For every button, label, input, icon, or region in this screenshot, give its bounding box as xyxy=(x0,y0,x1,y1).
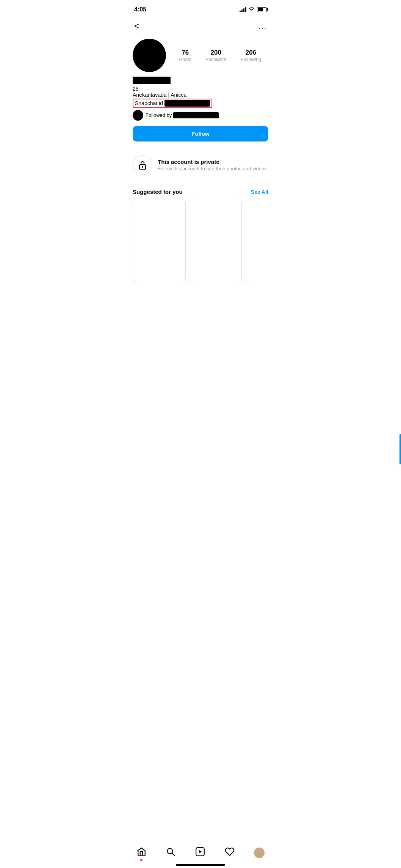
user-age: 25 xyxy=(133,86,268,92)
private-text-block: This account is private Follow this acco… xyxy=(158,159,268,171)
suggested-card-1[interactable] xyxy=(133,199,186,282)
svg-point-1 xyxy=(142,166,143,168)
profile-header: 76 Posts 200 Followers 206 Following xyxy=(133,39,268,72)
private-account-section: This account is private Follow this acco… xyxy=(127,149,274,181)
private-title: This account is private xyxy=(158,159,268,165)
lock-icon xyxy=(138,160,147,170)
status-icons xyxy=(240,6,267,13)
battery-icon xyxy=(257,7,267,12)
status-bar: 4:05 xyxy=(127,0,274,17)
follower-name-redacted xyxy=(173,112,219,118)
posts-label: Posts xyxy=(179,57,191,62)
snapchat-line: Snapchat id xyxy=(133,99,268,108)
grid-area xyxy=(127,290,274,366)
suggested-card-3[interactable] xyxy=(245,199,274,282)
following-label: Following xyxy=(241,57,262,62)
nav-bar: < ... xyxy=(127,17,274,36)
suggested-scroll[interactable] xyxy=(127,199,274,287)
snapchat-label: Snapchat id xyxy=(135,100,163,106)
following-count: 206 xyxy=(246,49,256,57)
user-bio-name: Anekantavada | Anicca xyxy=(133,92,268,98)
status-time: 4:05 xyxy=(134,6,146,13)
stats-row: 76 Posts 200 Followers 206 Following xyxy=(172,49,268,62)
signal-icon xyxy=(240,7,246,12)
followers-label: Followers xyxy=(205,57,227,62)
see-all-button[interactable]: See All xyxy=(251,189,268,195)
following-stat[interactable]: 206 Following xyxy=(241,49,262,62)
profile-section: 76 Posts 200 Followers 206 Following 25 … xyxy=(127,36,274,149)
avatar xyxy=(133,39,166,72)
posts-stat[interactable]: 76 Posts xyxy=(179,49,191,62)
private-subtitle: Follow this account to see their photos … xyxy=(158,166,268,171)
username-redacted xyxy=(133,77,171,84)
followers-count: 200 xyxy=(211,49,221,57)
followed-by-row: Followed by xyxy=(133,110,268,121)
suggested-title: Suggested for you xyxy=(133,189,183,195)
divider xyxy=(127,287,274,287)
lock-circle xyxy=(133,155,152,175)
suggested-card-2[interactable] xyxy=(189,199,242,282)
more-options-button[interactable]: ... xyxy=(257,20,268,32)
follow-button[interactable]: Follow xyxy=(133,126,268,142)
wifi-icon xyxy=(249,6,255,13)
suggested-header: Suggested for you See All xyxy=(127,187,274,199)
followers-stat[interactable]: 200 Followers xyxy=(205,49,227,62)
posts-count: 76 xyxy=(182,49,189,57)
back-button[interactable]: < xyxy=(133,20,141,33)
followed-by-text: Followed by xyxy=(146,112,219,119)
snapchat-id-redacted xyxy=(164,100,210,107)
follower-avatar xyxy=(133,110,143,121)
username-block: 25 Anekantavada | Anicca Snapchat id xyxy=(133,77,268,108)
